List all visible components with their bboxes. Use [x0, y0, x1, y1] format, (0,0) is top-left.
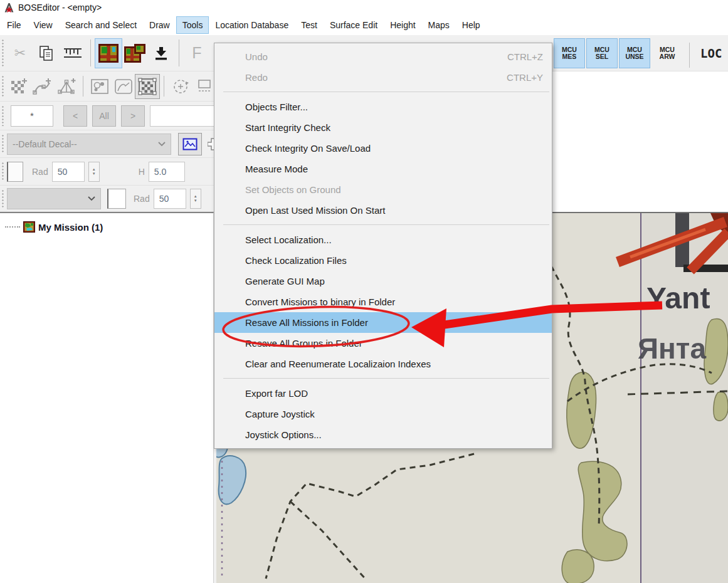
menu-item-objects-filter[interactable]: Objects Filter... [214, 97, 552, 117]
menu-separator [223, 378, 549, 379]
rotate-tool-button[interactable] [169, 75, 193, 98]
radius2-input[interactable]: 50 [154, 189, 186, 209]
decal-preview-button[interactable] [179, 134, 201, 155]
tree-root-item[interactable]: My Mission (1) [5, 221, 213, 233]
menu-test[interactable]: Test [295, 17, 323, 33]
spinner-up-icon[interactable]: ▲ [194, 194, 198, 199]
menu-item-undo[interactable]: Undo CTRL+Z [214, 46, 552, 67]
mcu-sel-toggle[interactable]: MCU SEL [587, 39, 617, 68]
menu-item-label: Undo [245, 51, 268, 62]
toolbar-separator [179, 39, 179, 66]
bounds-icon [197, 78, 212, 95]
spinner-up-icon[interactable]: ▲ [92, 167, 96, 172]
menu-item-resave-all-groups[interactable]: Resave All Groups in Folder [214, 333, 552, 354]
import-button[interactable] [148, 39, 174, 68]
menu-location-database[interactable]: Location Database [209, 17, 294, 33]
filter-input[interactable]: * [11, 105, 53, 127]
menu-file[interactable]: File [1, 17, 27, 33]
radius2-spinner[interactable]: ▲ ▼ [190, 189, 201, 209]
window-title: BOSEditor - <empty> [18, 3, 102, 13]
all-button[interactable]: All [92, 105, 116, 127]
menu-item-redo[interactable]: Redo CTRL+Y [214, 67, 552, 88]
menu-maps[interactable]: Maps [423, 17, 455, 33]
curves-view-button[interactable] [112, 75, 135, 98]
menu-item-label: Joystick Options... [245, 429, 322, 440]
toolbar-grip[interactable] [1, 39, 5, 67]
bounds-tool-button[interactable] [193, 75, 216, 98]
ruler-button[interactable] [60, 39, 86, 68]
radius2-label: Rad [134, 194, 150, 204]
objects-icon [90, 78, 109, 95]
toolbar-grip[interactable] [1, 134, 5, 154]
tools-dropdown-menu: Undo CTRL+Z Redo CTRL+Y Objects Filter..… [214, 43, 552, 449]
color-swatch-box[interactable] [7, 162, 23, 182]
toolbar-grip[interactable] [1, 75, 5, 97]
toolbar-grip[interactable] [1, 189, 5, 207]
search-result-field[interactable] [150, 105, 215, 127]
menu-item-measure-mode[interactable]: Measure Mode [214, 159, 552, 179]
menu-tools[interactable]: Tools [177, 17, 209, 33]
menu-separator [223, 224, 549, 225]
mcu-label: ARW [660, 53, 675, 60]
menu-item-shortcut: CTRL+Y [507, 72, 543, 83]
mcu-unsel-toggle[interactable]: MCU UNSE [620, 39, 650, 68]
menu-item-clear-reenumerate-localization[interactable]: Clear and Reenumerate Localizaion Indexe… [214, 354, 552, 374]
spinner-down-icon[interactable]: ▼ [194, 199, 198, 203]
menu-item-capture-joystick[interactable]: Capture Joystick [214, 404, 552, 424]
show-map-objects-button[interactable] [95, 39, 122, 68]
tree-branch-line [5, 226, 20, 228]
decal-combobox[interactable]: --Default Decal-- [7, 134, 171, 155]
add-road-button[interactable] [31, 75, 55, 98]
menu-item-export-far-lod[interactable]: Export far LOD [214, 383, 552, 404]
radius-input[interactable]: 50 [52, 162, 85, 182]
menu-item-label: Objects Filter... [245, 102, 308, 112]
menu-item-resave-all-missions[interactable]: Resave All Missions in Folder [214, 312, 552, 333]
loc-button[interactable]: LOC [697, 46, 725, 60]
grid-view-button[interactable] [135, 75, 159, 98]
chevron-down-icon [158, 142, 166, 147]
menu-help[interactable]: Help [456, 17, 486, 33]
menu-search-and-select[interactable]: Search and Select [60, 17, 142, 33]
rotate-icon [172, 78, 189, 95]
menu-item-start-integrity-check[interactable]: Start Integrity Check [214, 117, 552, 138]
mission-icon [23, 221, 35, 233]
prev-button[interactable]: < [63, 105, 87, 127]
menu-surface-edit[interactable]: Surface Edit [324, 17, 383, 33]
map-tile-icon [98, 44, 119, 63]
menu-item-check-integrity-on-save-load[interactable]: Check Integrity On Save/Load [214, 138, 552, 159]
menu-item-joystick-options[interactable]: Joystick Options... [214, 424, 552, 445]
menu-height[interactable]: Height [384, 17, 421, 33]
toolbar-grip[interactable] [1, 105, 5, 126]
menu-item-open-last-used-mission[interactable]: Open Last Used Mission On Start [214, 200, 552, 221]
toolbar-separator [83, 76, 83, 97]
height-input[interactable]: 5.0 [149, 162, 185, 182]
menu-item-generate-gui-map[interactable]: Generate GUI Map [214, 271, 552, 292]
font-tool-button[interactable]: F [184, 39, 210, 68]
menu-item-check-localization-files[interactable]: Check Localization Files [214, 250, 552, 271]
mcu-mes-toggle[interactable]: MCU MES [554, 39, 584, 68]
radius-spinner[interactable]: ▲ ▼ [88, 162, 100, 182]
menu-view[interactable]: View [28, 17, 58, 33]
add-mesh-button[interactable] [55, 75, 78, 98]
add-tile-button[interactable] [7, 75, 31, 98]
copy-button[interactable] [33, 39, 60, 68]
show-map-groups-button[interactable] [122, 39, 148, 68]
menu-item-convert-missions-to-binary[interactable]: Convert Missions to binary in Folder [214, 292, 552, 312]
menu-item-label: Redo [245, 72, 268, 83]
menu-draw[interactable]: Draw [144, 17, 176, 33]
next-button[interactable]: > [121, 105, 145, 127]
menu-item-select-localization[interactable]: Select Localization... [214, 229, 552, 250]
spinner-down-icon[interactable]: ▼ [92, 172, 96, 176]
mcu-arrow-toggle[interactable]: MCU ARW [652, 39, 682, 68]
toolbar-grip[interactable] [1, 162, 5, 181]
cut-button[interactable]: ✂ [7, 39, 33, 68]
add-checkerboard-icon [9, 77, 28, 96]
menu-item-set-objects-on-ground[interactable]: Set Objects on Ground [214, 179, 552, 200]
swatch-box-2[interactable] [107, 189, 126, 209]
menu-item-label: Clear and Reenumerate Localizaion Indexe… [245, 359, 431, 369]
map-label-latin: Yant [646, 281, 710, 315]
map-tiles-icon [124, 44, 145, 63]
objects-view-button[interactable] [88, 75, 112, 98]
mode-combobox[interactable] [7, 188, 101, 209]
menu-separator [223, 92, 549, 92]
